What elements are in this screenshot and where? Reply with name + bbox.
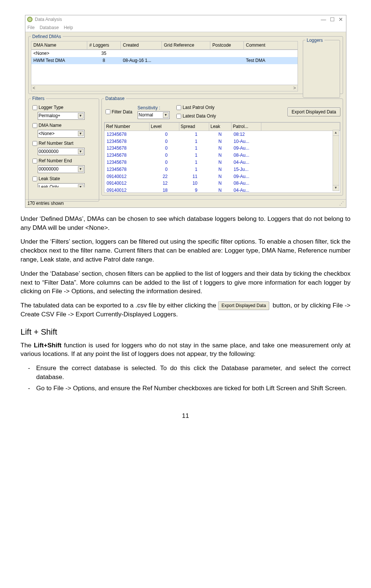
table-row[interactable]: 1234567801N08-Au... [104,152,340,159]
menu-file[interactable]: File [28,25,35,30]
chk-filter-data-box[interactable] [106,109,110,114]
gcol-leak[interactable]: Leak [209,122,231,131]
close-button[interactable]: ✕ [339,17,343,22]
database-group: Database Filter Data Sensitivity : Norma… [101,96,343,196]
heading-lift-shift: Lift + Shift [21,326,350,338]
table-row[interactable]: 091400122211N09-Au... [104,173,340,180]
chk-ref-end-box[interactable] [32,159,37,163]
dma-row-none: <None> 35 [31,50,298,57]
chk-logger-type-box[interactable] [32,105,37,110]
combo-leak-state[interactable]: Leak Only [38,183,85,187]
para-export: The tabulated data can be exported to a … [21,301,350,319]
list-item: Ensure the correct database is selected.… [36,364,350,382]
chk-latest-data[interactable]: Latest Data Only [175,113,216,120]
defined-dmas-legend: Defined DMAs [31,34,63,40]
chk-ref-start-box[interactable] [32,141,37,146]
para-database: Under the ‘Database’ section, chosen fil… [21,269,350,296]
maximize-button[interactable]: ☐ [330,17,335,22]
para-lift-shift: The Lift+Shift function is used for logg… [21,341,350,359]
chk-leak-state-box[interactable] [32,176,37,181]
combo-dma-name[interactable]: <None> [38,130,85,138]
table-row[interactable]: 1234567801N09-Au... [104,145,340,152]
col-created[interactable]: Created [120,41,161,50]
col-dma-name[interactable]: DMA Name [31,41,87,50]
dma-row-hwm: HWM Test DMA 8 08-Aug-16 1... Test DMA [31,57,298,64]
gcol-patrol[interactable]: Patrol... [231,122,261,131]
combo-ref-start[interactable]: 00000000 [38,148,85,156]
chk-dma-name-box[interactable] [32,123,37,128]
gcol-ref[interactable]: Ref Number [104,122,149,131]
resize-grip-icon[interactable]: ⋰ [339,200,344,207]
dma-list[interactable]: <None> 35 HWM Test DMA 8 08-Aug-16 1... … [31,50,298,91]
col-loggers[interactable]: # Loggers [87,41,120,50]
window-title: Data Analysis [35,16,321,23]
gcol-level[interactable]: Level [149,122,179,131]
chk-last-patrol-box[interactable] [176,105,181,110]
titlebar: Data Analysis — ☐ ✕ [25,15,346,24]
filters-legend: Filters [31,96,46,102]
inline-export-button: Export Displayed Data [218,301,269,310]
gcol-spread[interactable]: Spread [179,122,209,131]
dma-header: DMA Name # Loggers Created Grid Referenc… [31,41,298,50]
chk-ref-end[interactable]: Ref Number End [31,157,97,165]
defined-dmas-group: Defined DMAs DMA Name # Loggers Created … [28,34,343,94]
col-postcode[interactable]: Postcode [210,41,243,50]
page-number: 11 [21,412,350,420]
para-defined-dmas: Under ‘Defined DMAs’, DMAs can be chosen… [21,215,350,232]
menu-help[interactable]: Help [64,25,73,30]
chk-leak-state[interactable]: Leak State [31,175,97,182]
table-row[interactable]: 1234567801N08:12 [104,131,340,138]
data-analysis-window: Data Analysis — ☐ ✕ File Database Help D… [25,15,346,208]
logger-grid[interactable]: Ref Number Level Spread Leak Patrol... 1… [104,122,340,193]
chk-filter-data[interactable]: Filter Data [104,108,132,115]
table-row[interactable]: 09140012189N04-Au... [104,187,340,193]
combo-logger-type[interactable]: Permalog+ [38,112,85,120]
v-scrollbar[interactable]: ▲▼ [333,130,339,191]
table-row[interactable]: 1234567801N15-Ju... [104,166,340,173]
chk-latest-data-box[interactable] [176,114,181,119]
col-comment[interactable]: Comment [243,41,298,50]
list-item: Go to File -> Options, and ensure the Re… [36,384,350,393]
h-scrollbar[interactable]: <> [31,85,298,91]
chk-dma-name[interactable]: DMA Name [31,122,97,129]
combo-ref-end[interactable]: 00000000 [38,165,85,173]
app-icon [27,16,33,22]
chk-logger-type[interactable]: Logger Type [31,104,97,111]
combo-sensitivity[interactable]: Normal [138,111,170,119]
table-row[interactable]: 091400121210N08-Au... [104,180,340,187]
table-row[interactable]: 1234567801N04-Au... [104,159,340,166]
filters-group: Filters Logger Type Permalog+ DMA Name <… [28,96,99,201]
para-filters: Under the ‘Filters’ section, loggers can… [21,237,350,264]
export-displayed-data-button[interactable]: Export Displayed Data [287,107,340,117]
database-legend: Database [104,96,126,102]
menubar: File Database Help [25,24,346,32]
sensitivity-label: Sensitivity : [138,105,170,111]
chk-last-patrol[interactable]: Last Patrol Only [175,104,216,111]
loggers-group: Loggers [303,37,340,98]
loggers-legend: Loggers [305,37,324,44]
chk-ref-start[interactable]: Ref Number Start [31,140,97,147]
table-row[interactable]: 1234567801N10-Au... [104,138,340,145]
minimize-button[interactable]: — [321,17,326,22]
col-grid-ref[interactable]: Grid Reference [161,41,210,50]
menu-database[interactable]: Database [40,25,59,30]
troubleshoot-list: Ensure the correct database is selected.… [21,364,350,392]
